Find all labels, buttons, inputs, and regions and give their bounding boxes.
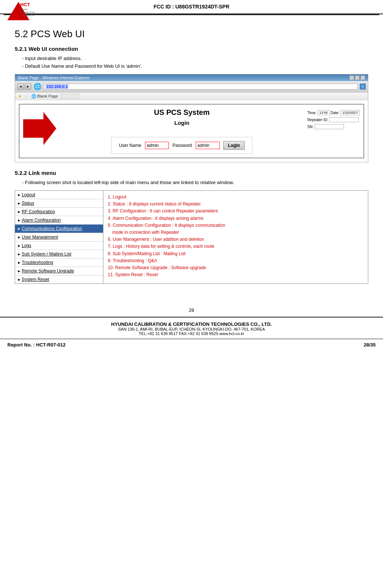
menu-item-rf-config[interactable]: ▶ RF Configuration [15, 208, 103, 216]
report-no: Report No. : HCT-R07-012 [7, 342, 65, 348]
menu-label-user-mgmt: User Management [22, 235, 58, 240]
minimize-btn[interactable]: _ [350, 75, 354, 80]
section-522-title: 5.2.2 Link menu [15, 170, 368, 176]
add-tab-btn[interactable]: + [360, 84, 366, 89]
menu-label-logout: Logout [22, 192, 35, 197]
ie-fav-icon: 🌐 [31, 94, 36, 99]
back-btn[interactable]: ◄ [17, 83, 24, 90]
bullet-2: - Default Use Name and Password for Web … [22, 63, 368, 69]
page-number: 28 [0, 307, 383, 313]
browser-mockup: Blank Page - Windows Internet Explorer _… [15, 74, 368, 162]
svg-text:Hyundai: Hyundai [20, 8, 28, 10]
browser-favorites-bar: ★ ☆ 🌐 Blank Page [15, 92, 368, 100]
time-row: Time: 13:56 Date: 1/10/2007/ [307, 110, 360, 115]
menu-desc-1: 1. Logout [108, 194, 364, 201]
forward-btn[interactable]: ► [25, 83, 31, 90]
add-tab-icon: + [362, 85, 364, 89]
time-label: Time: [307, 111, 316, 115]
arrow-icon-subsystem: ▶ [18, 253, 20, 256]
menu-item-subsystem[interactable]: ▶ Sub System / Mailing List [15, 250, 103, 258]
us-pcs-title: US PCS System [154, 108, 210, 117]
login-center: US PCS System Login User Name Password L… [64, 108, 300, 154]
menu-desc-8: 8. Sub System/Mailing List : Mailing Lis… [108, 250, 364, 257]
arrow-icon-logs: ▶ [18, 244, 20, 247]
fav-item[interactable]: 🌐 Blank Page [31, 94, 58, 99]
menu-desc-10: 10. Remote Software Upgrade : Software u… [108, 264, 364, 271]
menu-desc-7: 7. Logs : History data for setting & con… [108, 243, 364, 250]
section-521-title: 5.2.1 Web UI connection [15, 46, 368, 52]
browser-toolbar: ◄ ► 🌐 192.168.0.1 + [15, 81, 368, 92]
menu-label-logs: Logs [22, 243, 31, 248]
menu-item-comm-config[interactable]: ▶ Communications Configuration [15, 225, 103, 233]
svg-marker-5 [23, 112, 56, 145]
arrow-icon-rf-config: ▶ [18, 210, 20, 214]
arrow-icon-remote-upgrade: ▶ [18, 270, 20, 273]
arrow-icon-user-mgmt: ▶ [18, 236, 20, 239]
password-label: Password [173, 143, 192, 148]
login-form: User Name Password Login [111, 137, 252, 154]
sn-input[interactable] [315, 124, 344, 129]
menu-label-system-reset: System Reset [22, 277, 49, 282]
menu-desc-2: 2. Status : It displays current status o… [108, 201, 364, 208]
arrow-icon-troubleshooting: ▶ [18, 261, 20, 264]
menu-item-logs[interactable]: ▶ Logs [15, 242, 103, 250]
username-label: User Name [119, 143, 141, 148]
repeater-id-label: Repeater ID: [307, 118, 328, 122]
login-info-panel: Time: 13:56 Date: 1/10/2007/ Repeater ID… [307, 110, 360, 129]
close-btn[interactable]: × [361, 75, 365, 80]
username-input[interactable] [145, 142, 169, 149]
password-input[interactable] [196, 142, 220, 149]
menu-desc-4: 4. Alarm Configuration : It displays ari… [108, 215, 364, 222]
main-content: 5.2 PCS Web UI 5.2.1 Web UI connection -… [0, 15, 383, 296]
nav-buttons: ◄ ► [17, 83, 31, 90]
arrow-icon-logout: ▶ [18, 193, 20, 197]
menu-desc-5: 5. Communication Configuration : It disp… [108, 222, 364, 229]
menu-label-status: Status [22, 201, 34, 206]
logo-area: HCT Hyundai Calibration & Certification … [7, 2, 37, 22]
fav-label: Blank Page [37, 94, 58, 98]
repeater-id-input[interactable] [329, 117, 359, 122]
page-ref: 28/35 [364, 342, 376, 348]
bullet-1: - Input desirable IP address. [22, 56, 368, 61]
arrow-icon-system-reset: ▶ [18, 278, 20, 281]
menu-desc-5b: mode in connection with Repeater [112, 229, 364, 236]
menu-label-rf-config: RF Configuration [22, 209, 55, 214]
menu-item-logout[interactable]: ▶ Logout [15, 191, 103, 199]
repeater-id-row: Repeater ID: [307, 117, 360, 122]
menu-item-user-mgmt[interactable]: ▶ User Management [15, 233, 103, 242]
menu-item-alarm-config[interactable]: ▶ Alarm Configuration [15, 216, 103, 225]
arrow-icon-comm-config: ▶ [18, 227, 20, 230]
menu-item-remote-upgrade[interactable]: ▶ Remote Software Upgrade [15, 267, 103, 275]
fav-box [61, 94, 79, 99]
menu-item-troubleshooting[interactable]: ▶ Troubleshooting [15, 258, 103, 267]
browser-titlebar: Blank Page - Windows Internet Explorer _… [15, 74, 368, 81]
menu-item-status[interactable]: ▶ Status [15, 199, 103, 208]
maximize-btn[interactable]: □ [355, 75, 359, 80]
section-522-desc: - Following screen shot is located left-… [22, 180, 368, 185]
login-button[interactable]: Login [223, 141, 245, 150]
logo-box: HCT Hyundai Calibration & Certification … [7, 2, 37, 22]
menu-left: ▶ Logout ▶ Status ▶ RF Configuration ▶ A… [15, 191, 103, 284]
footer-address1: SAN 136-1, AMI-RI, BUBAL-EUP, ICHEON-SI,… [7, 327, 376, 331]
address-value: 192.168.0.1 [46, 84, 68, 89]
menu-label-comm-config: Communications Configuration [22, 226, 82, 231]
section-52-title: 5.2 PCS Web UI [15, 28, 368, 40]
link-menu-container: ▶ Logout ▶ Status ▶ RF Configuration ▶ A… [15, 190, 368, 284]
browser-window-controls: _ □ × [350, 75, 365, 80]
footer-bottom: Report No. : HCT-R07-012 28/35 [0, 339, 383, 349]
arrow-icon-status: ▶ [18, 202, 20, 205]
page-footer: HYUNDAI CALIBRATION & CERTIFICATION TECH… [0, 317, 383, 339]
address-bar[interactable]: 192.168.0.1 [44, 84, 358, 89]
page-header: HCT Hyundai Calibration & Certification … [0, 0, 383, 14]
arrow-icon [23, 112, 56, 149]
browser-title: Blank Page - Windows Internet Explorer [18, 75, 90, 80]
menu-item-system-reset[interactable]: ▶ System Reset [15, 275, 103, 284]
svg-text:Technologies Co., Ltd.: Technologies Co., Ltd. [20, 14, 35, 16]
menu-label-troubleshooting: Troubleshooting [22, 260, 53, 265]
menu-desc-6: 6. User Management : User addition and d… [108, 236, 364, 243]
menu-desc-9: 9. Troubleshooting : Q&A [108, 257, 364, 264]
login-arrow-container [23, 112, 56, 150]
svg-text:HCT: HCT [20, 2, 30, 7]
login-layout: US PCS System Login User Name Password L… [23, 108, 360, 154]
menu-desc-3: 3. RF Configuration : It can control Rep… [108, 208, 364, 215]
